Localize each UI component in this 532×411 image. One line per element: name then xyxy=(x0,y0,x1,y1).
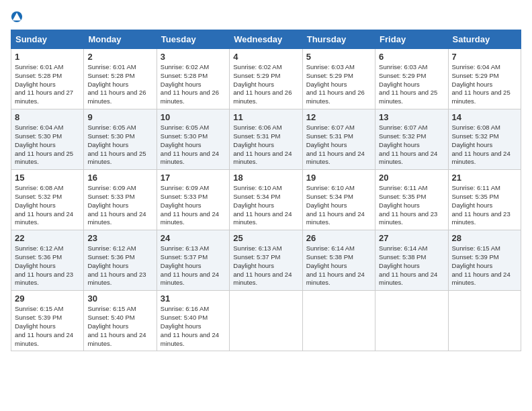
day-number: 5 xyxy=(306,52,371,62)
calendar-cell: 2 Sunrise: 6:01 AM Sunset: 5:28 PM Dayli… xyxy=(84,49,157,109)
day-info: Sunrise: 6:15 AM Sunset: 5:39 PM Dayligh… xyxy=(452,244,517,287)
logo-icon xyxy=(11,11,23,23)
calendar-cell: 1 Sunrise: 6:01 AM Sunset: 5:28 PM Dayli… xyxy=(11,49,84,109)
day-number: 23 xyxy=(87,233,152,243)
calendar-cell: 21 Sunrise: 6:11 AM Sunset: 5:35 PM Dayl… xyxy=(448,170,521,230)
calendar-cell: 9 Sunrise: 6:05 AM Sunset: 5:30 PM Dayli… xyxy=(84,109,157,170)
day-info: Sunrise: 6:10 AM Sunset: 5:34 PM Dayligh… xyxy=(306,184,371,227)
day-info: Sunrise: 6:01 AM Sunset: 5:28 PM Dayligh… xyxy=(87,63,152,106)
day-info: Sunrise: 6:15 AM Sunset: 5:40 PM Dayligh… xyxy=(87,305,152,348)
calendar-cell: 4 Sunrise: 6:02 AM Sunset: 5:29 PM Dayli… xyxy=(230,49,302,109)
calendar-day-header: Friday xyxy=(375,30,448,49)
calendar-cell: 14 Sunrise: 6:08 AM Sunset: 5:32 PM Dayl… xyxy=(448,109,521,170)
day-info: Sunrise: 6:02 AM Sunset: 5:28 PM Dayligh… xyxy=(161,63,226,106)
day-info: Sunrise: 6:04 AM Sunset: 5:29 PM Dayligh… xyxy=(452,63,517,106)
day-info: Sunrise: 6:08 AM Sunset: 5:32 PM Dayligh… xyxy=(452,124,517,167)
calendar-day-header: Wednesday xyxy=(230,30,302,49)
calendar-cell: 23 Sunrise: 6:12 AM Sunset: 5:36 PM Dayl… xyxy=(84,230,157,291)
day-number: 3 xyxy=(161,52,226,62)
calendar-cell: 29 Sunrise: 6:15 AM Sunset: 5:39 PM Dayl… xyxy=(11,291,84,351)
day-info: Sunrise: 6:14 AM Sunset: 5:38 PM Dayligh… xyxy=(306,244,371,287)
calendar-week-row: 22 Sunrise: 6:12 AM Sunset: 5:36 PM Dayl… xyxy=(11,230,521,291)
day-number: 31 xyxy=(161,293,226,304)
calendar-cell: 17 Sunrise: 6:09 AM Sunset: 5:33 PM Dayl… xyxy=(157,170,229,230)
day-info: Sunrise: 6:11 AM Sunset: 5:35 PM Dayligh… xyxy=(452,184,517,227)
calendar-cell: 19 Sunrise: 6:10 AM Sunset: 5:34 PM Dayl… xyxy=(302,170,375,230)
day-info: Sunrise: 6:08 AM Sunset: 5:32 PM Dayligh… xyxy=(15,184,80,227)
calendar-cell: 26 Sunrise: 6:14 AM Sunset: 5:38 PM Dayl… xyxy=(302,230,375,291)
calendar-day-header: Sunday xyxy=(11,30,84,49)
day-info: Sunrise: 6:02 AM Sunset: 5:29 PM Dayligh… xyxy=(233,63,298,106)
day-number: 9 xyxy=(87,112,152,122)
day-info: Sunrise: 6:06 AM Sunset: 5:31 PM Dayligh… xyxy=(233,124,298,167)
calendar-day-header: Monday xyxy=(84,30,157,49)
calendar-day-header: Tuesday xyxy=(157,30,229,49)
day-number: 7 xyxy=(452,52,517,62)
calendar-week-row: 1 Sunrise: 6:01 AM Sunset: 5:28 PM Dayli… xyxy=(11,49,521,109)
day-info: Sunrise: 6:13 AM Sunset: 5:37 PM Dayligh… xyxy=(161,244,226,287)
day-number: 22 xyxy=(15,233,80,243)
calendar-cell: 7 Sunrise: 6:04 AM Sunset: 5:29 PM Dayli… xyxy=(448,49,521,109)
day-number: 18 xyxy=(233,173,298,183)
calendar-cell: 25 Sunrise: 6:13 AM Sunset: 5:37 PM Dayl… xyxy=(230,230,302,291)
day-info: Sunrise: 6:09 AM Sunset: 5:33 PM Dayligh… xyxy=(161,184,226,227)
day-number: 12 xyxy=(306,112,371,122)
day-info: Sunrise: 6:10 AM Sunset: 5:34 PM Dayligh… xyxy=(233,184,298,227)
day-number: 19 xyxy=(306,173,371,183)
calendar-week-row: 8 Sunrise: 6:04 AM Sunset: 5:30 PM Dayli… xyxy=(11,109,521,170)
day-number: 26 xyxy=(306,233,371,243)
calendar-week-row: 29 Sunrise: 6:15 AM Sunset: 5:39 PM Dayl… xyxy=(11,291,521,351)
day-info: Sunrise: 6:05 AM Sunset: 5:30 PM Dayligh… xyxy=(161,124,226,167)
calendar-day-header: Thursday xyxy=(302,30,375,49)
day-number: 28 xyxy=(452,233,517,243)
day-number: 2 xyxy=(87,52,152,62)
calendar-cell: 3 Sunrise: 6:02 AM Sunset: 5:28 PM Dayli… xyxy=(157,49,229,109)
calendar-cell: 11 Sunrise: 6:06 AM Sunset: 5:31 PM Dayl… xyxy=(230,109,302,170)
day-number: 14 xyxy=(452,112,517,122)
day-info: Sunrise: 6:16 AM Sunset: 5:40 PM Dayligh… xyxy=(161,305,226,348)
day-number: 29 xyxy=(15,293,80,304)
calendar-week-row: 15 Sunrise: 6:08 AM Sunset: 5:32 PM Dayl… xyxy=(11,170,521,230)
calendar-cell xyxy=(302,291,375,351)
calendar-cell: 18 Sunrise: 6:10 AM Sunset: 5:34 PM Dayl… xyxy=(230,170,302,230)
day-number: 20 xyxy=(379,173,444,183)
calendar-cell: 27 Sunrise: 6:14 AM Sunset: 5:38 PM Dayl… xyxy=(375,230,448,291)
calendar-cell: 30 Sunrise: 6:15 AM Sunset: 5:40 PM Dayl… xyxy=(84,291,157,351)
day-info: Sunrise: 6:12 AM Sunset: 5:36 PM Dayligh… xyxy=(87,244,152,287)
day-info: Sunrise: 6:15 AM Sunset: 5:39 PM Dayligh… xyxy=(15,305,80,348)
day-number: 1 xyxy=(15,52,80,62)
day-number: 11 xyxy=(233,112,298,122)
calendar-cell: 6 Sunrise: 6:03 AM Sunset: 5:29 PM Dayli… xyxy=(375,49,448,109)
day-info: Sunrise: 6:07 AM Sunset: 5:31 PM Dayligh… xyxy=(306,124,371,167)
day-info: Sunrise: 6:09 AM Sunset: 5:33 PM Dayligh… xyxy=(87,184,152,227)
day-info: Sunrise: 6:07 AM Sunset: 5:32 PM Dayligh… xyxy=(379,124,444,167)
day-number: 25 xyxy=(233,233,298,243)
logo xyxy=(11,11,24,23)
calendar-cell: 5 Sunrise: 6:03 AM Sunset: 5:29 PM Dayli… xyxy=(302,49,375,109)
calendar-cell xyxy=(448,291,521,351)
day-number: 4 xyxy=(233,52,298,62)
day-number: 13 xyxy=(379,112,444,122)
calendar-cell xyxy=(375,291,448,351)
day-info: Sunrise: 6:03 AM Sunset: 5:29 PM Dayligh… xyxy=(379,63,444,106)
day-number: 8 xyxy=(15,112,80,122)
calendar-cell: 31 Sunrise: 6:16 AM Sunset: 5:40 PM Dayl… xyxy=(157,291,229,351)
day-number: 17 xyxy=(161,173,226,183)
calendar-cell: 12 Sunrise: 6:07 AM Sunset: 5:31 PM Dayl… xyxy=(302,109,375,170)
calendar-cell: 24 Sunrise: 6:13 AM Sunset: 5:37 PM Dayl… xyxy=(157,230,229,291)
calendar-cell: 20 Sunrise: 6:11 AM Sunset: 5:35 PM Dayl… xyxy=(375,170,448,230)
day-number: 24 xyxy=(161,233,226,243)
calendar-cell: 8 Sunrise: 6:04 AM Sunset: 5:30 PM Dayli… xyxy=(11,109,84,170)
day-number: 16 xyxy=(87,173,152,183)
calendar-cell: 22 Sunrise: 6:12 AM Sunset: 5:36 PM Dayl… xyxy=(11,230,84,291)
day-info: Sunrise: 6:14 AM Sunset: 5:38 PM Dayligh… xyxy=(379,244,444,287)
day-info: Sunrise: 6:03 AM Sunset: 5:29 PM Dayligh… xyxy=(306,63,371,106)
day-number: 15 xyxy=(15,173,80,183)
day-number: 30 xyxy=(87,293,152,304)
day-info: Sunrise: 6:05 AM Sunset: 5:30 PM Dayligh… xyxy=(87,124,152,167)
page-header xyxy=(11,11,521,23)
calendar-header-row: SundayMondayTuesdayWednesdayThursdayFrid… xyxy=(11,30,521,49)
calendar-cell: 28 Sunrise: 6:15 AM Sunset: 5:39 PM Dayl… xyxy=(448,230,521,291)
calendar-day-header: Saturday xyxy=(448,30,521,49)
day-info: Sunrise: 6:04 AM Sunset: 5:30 PM Dayligh… xyxy=(15,124,80,167)
